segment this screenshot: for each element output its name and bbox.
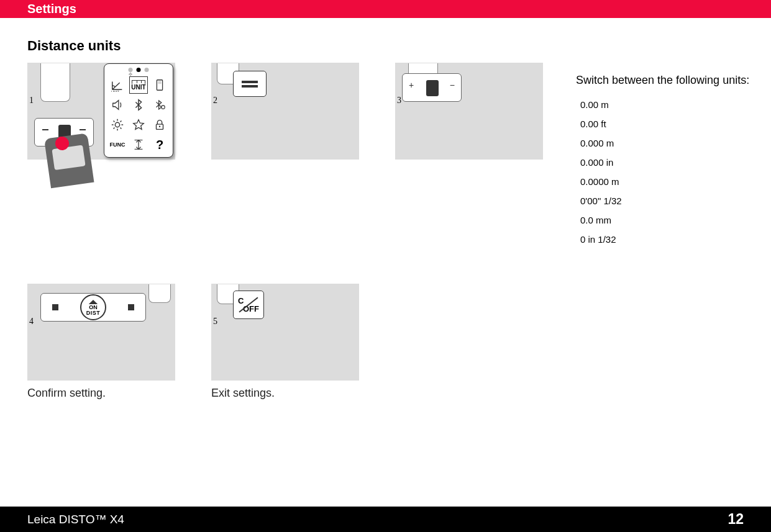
step-1: 1 <box>27 63 175 160</box>
distance-unit-icon-selected: UNIT <box>129 76 148 94</box>
footer-bar: Leica DISTO™ X4 12 <box>0 507 771 532</box>
dpad-center-icon <box>426 80 439 96</box>
step-number: 4 <box>29 317 34 327</box>
list-item: 0.000 in <box>580 157 750 168</box>
dpad-wide-icon: ON DIST <box>40 293 146 322</box>
section-heading: Distance units <box>27 38 746 54</box>
svg-point-0 <box>130 73 132 75</box>
list-item: 0.0 mm <box>580 215 750 225</box>
right-square-icon <box>128 304 134 310</box>
bluetooth-icon <box>129 96 148 114</box>
line-icon <box>242 81 258 83</box>
svg-line-14 <box>114 121 115 122</box>
settings-grid: UNIT UNIT <box>108 76 169 153</box>
step-2: 2 <box>211 63 359 160</box>
svg-line-17 <box>114 128 115 129</box>
step-number: 5 <box>213 317 217 327</box>
c-off-button-icon: C OFF <box>233 291 264 319</box>
step-number: 2 <box>213 96 217 106</box>
list-item: 0.000 m <box>580 138 750 148</box>
step-number: 3 <box>397 96 401 106</box>
reference-icon <box>150 76 169 94</box>
step-3-figure: 3 <box>395 63 543 160</box>
bluetooth-settings-icon <box>150 96 169 114</box>
svg-point-19 <box>159 126 160 127</box>
step-number: 1 <box>29 96 34 106</box>
dpad-plus-minus-icon <box>402 73 462 102</box>
svg-text:UNIT: UNIT <box>111 90 119 92</box>
svg-rect-7 <box>158 81 162 84</box>
svg-point-9 <box>115 122 119 127</box>
step-2-figure: 2 <box>211 63 359 160</box>
gear-dot-icon <box>129 68 133 72</box>
ruler-icon <box>132 80 145 84</box>
list-item: 0.00 ft <box>580 119 750 129</box>
line-icon <box>242 85 258 88</box>
content-area: Distance units 1 <box>0 18 771 493</box>
info-icon: ? <box>150 136 169 153</box>
equals-button-icon <box>233 71 267 97</box>
pager-dots-icon <box>129 68 149 72</box>
dist-label: DIST <box>86 310 101 316</box>
page-dot-active-icon <box>137 68 141 72</box>
hand-icon <box>148 284 171 303</box>
step-5: 5 C OFF Exit settings. <box>211 284 359 400</box>
header-bar: Settings <box>0 0 771 18</box>
screen-callout: UNIT UNIT <box>104 63 173 158</box>
svg-line-16 <box>121 121 122 122</box>
illumination-icon <box>108 116 127 133</box>
left-square-icon <box>52 304 58 310</box>
device-illustration <box>44 133 94 188</box>
page-dot-icon <box>145 68 149 72</box>
unit-label: UNIT <box>131 84 145 91</box>
step-5-caption: Exit settings. <box>211 387 359 400</box>
step-3: 3 <box>395 63 543 160</box>
list-item: 0'00" 1/32 <box>580 196 750 206</box>
units-heading: Switch between the following units: <box>576 74 750 87</box>
step-4-figure: 4 ON DIST <box>27 284 175 381</box>
list-item: 0.00 m <box>580 99 750 110</box>
units-list: 0.00 m 0.00 ft 0.000 m 0.000 in 0.0000 m… <box>576 99 750 245</box>
on-dist-button-icon: ON DIST <box>80 294 106 320</box>
func-label-icon: FUNC <box>108 136 127 153</box>
step-4: 4 ON DIST Confirm setting. <box>27 284 175 400</box>
page: Settings Distance units 1 <box>0 0 771 532</box>
beep-icon <box>108 96 127 114</box>
product-name: Leica DISTO™ X4 <box>27 513 124 526</box>
steps-row-2: 4 ON DIST Confirm setting. <box>27 284 746 400</box>
header-title: Settings <box>27 2 76 16</box>
svg-line-15 <box>121 128 122 129</box>
hand-icon <box>40 63 70 102</box>
lock-icon <box>150 116 169 133</box>
units-block: Switch between the following units: 0.00… <box>576 74 750 253</box>
favorites-icon <box>129 116 148 133</box>
step-4-caption: Confirm setting. <box>27 387 175 400</box>
offset-icon <box>129 136 148 153</box>
list-item: 0 in 1/32 <box>580 234 750 245</box>
list-item: 0.0000 m <box>580 176 750 187</box>
step-1-figure: 1 <box>27 63 175 160</box>
angle-unit-icon: UNIT <box>108 76 127 94</box>
step-5-figure: 5 C OFF <box>211 284 359 381</box>
page-number: 12 <box>728 511 744 528</box>
